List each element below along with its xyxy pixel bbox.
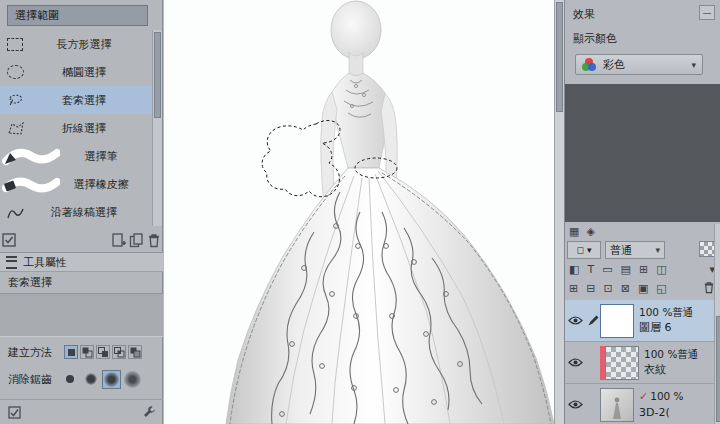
- layer-text: ✓100 % 3D-2(: [639, 389, 684, 421]
- display-color-dropdown[interactable]: 彩色 ▾: [575, 54, 703, 75]
- create-method-exclude-button[interactable]: [128, 345, 142, 359]
- show-all-checkbox-icon[interactable]: [0, 231, 18, 249]
- layer-name: 衣紋: [644, 363, 666, 376]
- rect-select-icon: [0, 38, 30, 51]
- ellipse-select-icon: [0, 65, 30, 79]
- create-method-multiply-button[interactable]: [112, 345, 126, 359]
- subtool-group-title[interactable]: 選擇範圍: [7, 5, 148, 26]
- chevron-down-icon: ▾: [655, 245, 660, 255]
- visibility-eye-icon[interactable]: [568, 315, 585, 326]
- layer-list-scrollbar[interactable]: [714, 224, 720, 424]
- palette-color-button[interactable]: ◻ ▾: [567, 241, 601, 259]
- antialias-none-button[interactable]: [60, 370, 79, 389]
- tool-select-eraser[interactable]: 選擇橡皮擦: [0, 170, 152, 198]
- menu-icon[interactable]: [6, 256, 17, 269]
- subtool-scrollbar[interactable]: [152, 30, 162, 226]
- text-icon[interactable]: T: [587, 263, 594, 276]
- subtool-actions: [0, 228, 163, 252]
- blend-row: ◻ ▾ 普通 ▾: [565, 240, 720, 260]
- visibility-eye-icon[interactable]: [568, 399, 585, 410]
- create-method-row: 建立方法: [8, 342, 158, 362]
- layer-info: 100 %普通: [644, 348, 698, 360]
- right-dock: 效果 — 顯示顏色 彩色 ▾ ▦ ◈ ◻ ▾ 普通 ▾: [564, 0, 720, 424]
- canvas[interactable]: [164, 0, 554, 424]
- transfer-down-icon[interactable]: ⊡: [603, 282, 612, 295]
- layer-palette-tabs: ▦ ◈: [569, 224, 595, 238]
- lock-icon[interactable]: ▭: [602, 263, 612, 276]
- subtool-panel: 選擇範圍 長方形選擇 橢圓選擇 套索選擇 折線選擇: [0, 0, 163, 424]
- blend-mode-dropdown[interactable]: 普通 ▾: [605, 241, 665, 259]
- layer-row-layer6[interactable]: 100 %普通 圖層 6: [565, 300, 715, 342]
- antialias-strong-button[interactable]: [123, 370, 142, 389]
- lock-transparent-icon[interactable]: ◧: [569, 263, 579, 276]
- layer-property-toolbar: ◧ T ▭ ▤ ⊞ ◫ ▾: [569, 262, 715, 277]
- layer-text: 100 %普通 圖層 6: [639, 305, 693, 336]
- tool-ellipse-select[interactable]: 橢圓選擇: [0, 58, 152, 86]
- tool-label: 沿著線稿選擇: [30, 205, 152, 220]
- create-method-buttons: [64, 345, 142, 359]
- layer-row-3d[interactable]: ✓100 % 3D-2(: [565, 384, 715, 424]
- effects-minimize-button[interactable]: —: [699, 5, 715, 20]
- display-color-value: 彩色: [603, 57, 625, 72]
- canvas-artwork: [164, 0, 554, 424]
- check-icon: ✓: [639, 390, 648, 403]
- current-tool-name: 套索選擇: [8, 275, 52, 290]
- tool-rect-select[interactable]: 長方形選擇: [0, 30, 152, 58]
- create-method-new-button[interactable]: [64, 345, 78, 359]
- tool-label: 選擇橡皮擦: [64, 177, 152, 192]
- empty-dock-area: [565, 84, 720, 222]
- layer-scrollbar-thumb[interactable]: [716, 316, 720, 422]
- antialias-weak-button[interactable]: [81, 370, 100, 389]
- merge-down-icon[interactable]: ⊠: [621, 282, 630, 295]
- create-mask-icon[interactable]: ▣: [638, 282, 648, 295]
- tool-polyline-select[interactable]: 折線選擇: [0, 114, 152, 142]
- visibility-eye-icon[interactable]: [568, 357, 585, 368]
- tool-property-footer: [0, 399, 163, 424]
- tool-label: 選擇筆: [64, 149, 152, 164]
- mask-icon[interactable]: ▤: [621, 263, 631, 276]
- new-layer-icon[interactable]: ⊞: [569, 282, 578, 295]
- chevron-down-icon: ▾: [691, 60, 696, 70]
- transparency-checker-swatch[interactable]: [699, 241, 715, 257]
- layer-thumbnail[interactable]: [600, 388, 634, 422]
- subtool-group-label: 選擇範圍: [15, 8, 59, 23]
- tool-select-pen[interactable]: 選擇筆: [0, 142, 152, 170]
- layer-thumbnail[interactable]: [600, 304, 634, 338]
- layer-name: 3D-2(: [639, 406, 670, 419]
- layer-info: 100 %普通: [639, 306, 693, 318]
- apply-mask-icon[interactable]: ◱: [656, 282, 666, 295]
- add-subtool-icon[interactable]: [109, 231, 127, 249]
- canvas-vertical-scrollbar[interactable]: [554, 0, 564, 424]
- tool-label: 長方形選擇: [30, 37, 152, 52]
- tool-property-header[interactable]: 工具屬性: [0, 253, 163, 272]
- tool-label: 橢圓選擇: [30, 65, 152, 80]
- reference-icon[interactable]: ◫: [656, 263, 666, 276]
- palette-layers-icon[interactable]: ◈: [586, 225, 594, 238]
- wrench-icon[interactable]: [140, 403, 158, 421]
- tool-label: 套索選擇: [30, 93, 152, 108]
- minus-icon: —: [703, 8, 712, 18]
- create-method-label: 建立方法: [8, 345, 52, 360]
- clip-studio-window: 選擇範圍 長方形選擇 橢圓選擇 套索選擇 折線選擇: [0, 0, 720, 424]
- ruler-icon[interactable]: ⊞: [639, 263, 648, 276]
- layer-row-clothing[interactable]: 100 %普通 衣紋: [565, 342, 715, 384]
- antialias-label: 消除鋸齒: [8, 372, 52, 387]
- tool-select-along-line[interactable]: 沿著線稿選擇: [0, 198, 152, 226]
- new-folder-icon[interactable]: ⊟: [586, 282, 595, 295]
- property-list-area[interactable]: [0, 293, 163, 337]
- polyline-select-icon: [0, 121, 30, 136]
- antialias-middle-button[interactable]: [102, 370, 121, 389]
- layer-thumbnail[interactable]: [605, 346, 639, 380]
- create-method-subtract-button[interactable]: [96, 345, 110, 359]
- blend-mode-value: 普通: [610, 243, 632, 258]
- create-method-add-button[interactable]: [80, 345, 94, 359]
- delete-subtool-icon[interactable]: [145, 231, 163, 249]
- subtool-scrollbar-thumb[interactable]: [154, 32, 161, 118]
- register-settings-checkbox-icon[interactable]: [5, 403, 23, 421]
- copy-subtool-icon[interactable]: [127, 231, 145, 249]
- canvas-scrollbar-thumb[interactable]: [556, 2, 563, 112]
- palette-grid-icon[interactable]: ▦: [569, 225, 579, 238]
- antialias-row: 消除鋸齒: [8, 368, 158, 390]
- tool-lasso-select[interactable]: 套索選擇: [0, 86, 152, 114]
- chevron-down-icon: ▾: [587, 245, 592, 255]
